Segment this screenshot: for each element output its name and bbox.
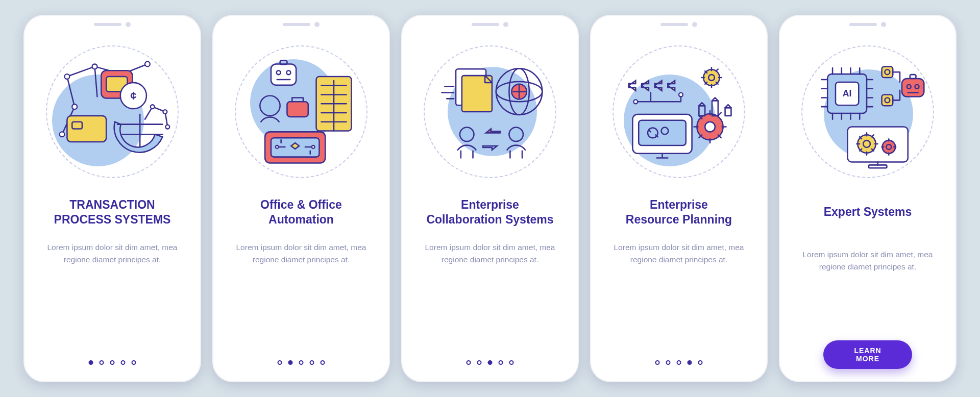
card-description: Lorem ipsum dolor sit dim amet, mea regi…	[421, 241, 559, 266]
svg-rect-52	[882, 95, 893, 106]
phone-notch	[472, 22, 508, 27]
pager-dot[interactable]	[509, 360, 514, 365]
learn-more-button[interactable]: LEARN MORE	[823, 340, 912, 369]
svg-text:AI: AI	[843, 88, 852, 98]
svg-rect-15	[271, 64, 296, 85]
card-title: Enterprise Resource Planning	[626, 197, 732, 227]
pager-dot[interactable]	[499, 360, 503, 365]
svg-point-5	[60, 132, 65, 137]
page-indicator	[467, 360, 514, 365]
pager-dot[interactable]	[278, 360, 282, 365]
onboarding-card: Office & Office Automation Lorem ipsum d…	[212, 15, 390, 382]
phone-notch	[660, 22, 697, 27]
phone-notch	[94, 22, 131, 27]
pager-dot[interactable]	[655, 360, 660, 365]
svg-point-4	[72, 104, 77, 109]
svg-point-43	[705, 122, 715, 132]
svg-point-13	[165, 125, 169, 129]
svg-point-0	[64, 74, 69, 79]
onboarding-card: AI Expert Systems Lorem ipsum dolor sit …	[779, 15, 957, 382]
svg-point-25	[312, 145, 315, 148]
svg-point-12	[163, 110, 167, 114]
pager-dot[interactable]	[110, 360, 115, 365]
svg-point-19	[260, 95, 280, 115]
pager-dot[interactable]	[467, 360, 471, 365]
svg-rect-27	[462, 76, 492, 112]
svg-point-35	[679, 93, 683, 97]
svg-point-1	[92, 64, 97, 69]
svg-rect-44	[699, 106, 705, 116]
collaboration-icon	[424, 45, 556, 178]
svg-point-33	[509, 128, 523, 142]
pager-dot[interactable]	[488, 360, 493, 365]
pager-dot[interactable]	[288, 360, 293, 365]
svg-point-24	[276, 145, 279, 148]
transaction-icon: ¢	[46, 45, 179, 178]
svg-text:¢: ¢	[130, 89, 136, 102]
pager-dot[interactable]	[121, 360, 126, 365]
phone-notch	[849, 22, 886, 27]
onboarding-card: ¢ TRANSACTION PROCESS SYSTEMS Lorem ipsu…	[23, 15, 201, 382]
page-indicator	[655, 360, 703, 365]
pager-dot[interactable]	[698, 360, 703, 365]
card-description: Lorem ipsum dolor sit dim amet, mea regi…	[799, 249, 937, 273]
pager-dot[interactable]	[89, 360, 93, 365]
pager-dot[interactable]	[688, 360, 692, 365]
card-title: Expert Systems	[824, 205, 912, 234]
svg-point-34	[633, 100, 638, 104]
office-automation-icon	[235, 45, 368, 178]
svg-rect-20	[287, 102, 308, 117]
card-title: Office & Office Automation	[260, 197, 342, 227]
svg-point-3	[145, 62, 150, 67]
pager-dot[interactable]	[100, 360, 104, 365]
onboarding-card: Enterprise Resource Planning Lorem ipsum…	[590, 15, 768, 382]
pager-dot[interactable]	[132, 360, 136, 365]
pager-dot[interactable]	[677, 360, 681, 365]
svg-rect-50	[882, 66, 893, 78]
page-indicator	[278, 360, 325, 365]
svg-rect-18	[280, 61, 287, 65]
pager-dot[interactable]	[310, 360, 314, 365]
svg-rect-46	[725, 108, 731, 116]
onboarding-card: Enterprise Collaboration Systems Lorem i…	[401, 15, 579, 382]
svg-point-14	[151, 105, 155, 109]
pager-dot[interactable]	[477, 360, 482, 365]
expert-systems-icon: AI	[801, 45, 934, 178]
page-indicator	[89, 360, 136, 365]
svg-rect-57	[910, 75, 916, 79]
card-title: Enterprise Collaboration Systems	[426, 197, 553, 227]
svg-point-32	[460, 128, 474, 142]
card-description: Lorem ipsum dolor sit dim amet, mea regi…	[232, 241, 370, 266]
card-description: Lorem ipsum dolor sit dim amet, mea regi…	[43, 241, 181, 266]
pager-dot[interactable]	[299, 360, 304, 365]
pager-dot[interactable]	[666, 360, 671, 365]
pager-dot[interactable]	[321, 360, 325, 365]
svg-rect-54	[902, 79, 924, 96]
phone-notch	[283, 22, 320, 27]
card-description: Lorem ipsum dolor sit dim amet, mea regi…	[610, 241, 748, 266]
erp-icon	[612, 45, 745, 178]
card-title: TRANSACTION PROCESS SYSTEMS	[54, 197, 171, 227]
